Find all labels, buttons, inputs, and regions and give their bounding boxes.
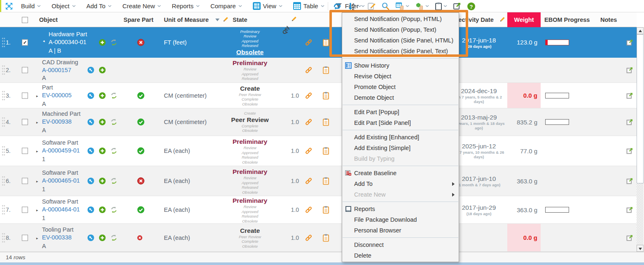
link-icon[interactable] <box>305 177 313 185</box>
link-icon[interactable] <box>305 118 313 126</box>
expand-arrow-icon[interactable]: ▸ <box>36 119 42 127</box>
menu-item-revise-object[interactable]: Revise Object <box>342 71 459 82</box>
open-notes-icon[interactable] <box>626 39 633 46</box>
menu-item-show-history[interactable]: Show History <box>342 60 459 71</box>
row-checkbox[interactable] <box>22 67 28 73</box>
column-header-object[interactable]: Object <box>39 16 58 23</box>
column-header-ebom-progress[interactable]: EBOM Progress <box>544 16 590 23</box>
add-icon[interactable] <box>99 92 106 99</box>
paste-button[interactable] <box>435 2 447 10</box>
menu-item-personal-browser[interactable]: Personal Browser <box>342 225 459 236</box>
clipboard-icon[interactable] <box>323 118 329 126</box>
expand-arrow-icon[interactable]: ▸ <box>36 234 42 242</box>
menubar-item-reports[interactable]: Reports <box>166 2 205 9</box>
clipboard-icon[interactable] <box>323 38 329 46</box>
menu-item-delete[interactable]: Delete <box>342 250 459 261</box>
menu-item-send-notification-popup-html[interactable]: Send Notification (Popup, HTML) <box>342 14 459 24</box>
drag-handle[interactable] <box>2 232 5 243</box>
sync-icon[interactable] <box>110 178 117 185</box>
part-number-link[interactable]: EV-000005 <box>42 91 72 98</box>
add-icon[interactable] <box>99 178 106 185</box>
navigate-icon[interactable] <box>87 67 94 74</box>
add-icon[interactable] <box>99 67 106 74</box>
table-row[interactable]: 5.Software Part▸A-0000459-011EA (each)Pr… <box>0 136 637 166</box>
scrollbar-track[interactable] <box>637 183 644 245</box>
menubar-item-object[interactable]: Object <box>46 2 81 9</box>
horizontal-scrollbar[interactable] <box>0 263 644 265</box>
clipboard-icon[interactable] <box>323 206 329 214</box>
open-notes-icon[interactable] <box>626 206 633 213</box>
help-button[interactable]: ? <box>467 2 476 11</box>
row-checkbox[interactable]: ✓ <box>22 39 28 45</box>
part-number-link[interactable]: EV-000338 <box>42 234 72 240</box>
sync-icon[interactable] <box>110 148 117 155</box>
menu-item-send-notification-side-panel-text[interactable]: Send Notification (Side Panel, Text) <box>342 46 459 56</box>
spare-part-yes-icon[interactable] <box>137 118 145 126</box>
expand-arrow-icon[interactable]: ▸ <box>36 148 42 155</box>
select-columns-button[interactable] <box>395 2 409 10</box>
navigate-icon[interactable] <box>87 206 94 213</box>
column-header-weight[interactable]: Weight <box>507 12 541 27</box>
spare-part-yes-icon[interactable] <box>137 206 145 213</box>
link-icon[interactable] <box>305 234 313 242</box>
menu-item-demote-object[interactable]: Demote Object <box>342 92 459 103</box>
vertical-scrollbar[interactable] <box>637 27 644 252</box>
menu-item-add-existing-simple[interactable]: Add Existing [Simple] <box>342 143 459 153</box>
menu-item-send-notification-side-panel-html[interactable]: Send Notification (Side Panel, HTML) <box>342 35 459 46</box>
navigate-icon[interactable] <box>87 178 94 185</box>
navigate-icon[interactable] <box>87 234 94 241</box>
row-checkbox[interactable] <box>22 235 28 241</box>
part-number-link[interactable]: EV-000938 <box>42 118 72 125</box>
add-icon[interactable] <box>99 234 106 241</box>
menubar-item-table[interactable]: Table <box>288 2 330 10</box>
row-checkbox[interactable] <box>22 207 28 213</box>
open-notes-icon[interactable] <box>626 148 633 155</box>
row-checkbox[interactable] <box>22 178 28 184</box>
drag-handle[interactable] <box>2 65 5 75</box>
column-header-notes[interactable]: Notes <box>600 16 617 23</box>
part-number-link[interactable]: A-0000340-01 <box>49 38 86 45</box>
sync-icon[interactable] <box>110 119 117 126</box>
menu-item-send-notification-popup-text[interactable]: Send Notification (Popup, Text) <box>342 24 459 35</box>
drag-handle[interactable] <box>2 117 5 127</box>
menubar-item-view[interactable]: View <box>247 2 288 10</box>
edit-button[interactable] <box>367 2 376 10</box>
drag-handle[interactable] <box>2 37 5 48</box>
open-in-new-button[interactable] <box>453 2 461 10</box>
menubar-item-build[interactable]: Build <box>16 2 46 9</box>
row-checkbox[interactable] <box>22 92 28 98</box>
navigate-icon[interactable] <box>87 119 94 126</box>
clipboard-icon[interactable] <box>323 177 329 185</box>
sync-icon[interactable] <box>110 39 117 46</box>
link-icon[interactable] <box>305 91 313 99</box>
clipboard-icon[interactable] <box>323 91 329 99</box>
clipboard-icon[interactable] <box>323 147 329 155</box>
menu-item-create-baseline[interactable]: Create Baseline <box>342 168 459 178</box>
menu-item-disconnect[interactable]: Disconnect <box>342 239 459 250</box>
expand-arrow-icon[interactable]: ▸ <box>36 92 42 100</box>
menu-item-promote-object[interactable]: Promote Object <box>342 82 459 92</box>
menu-item-edit-part-popup[interactable]: Edit Part [Popup] <box>342 107 459 117</box>
scroll-down-button[interactable] <box>637 245 644 252</box>
drag-handle[interactable] <box>2 90 5 101</box>
clipboard-icon[interactable] <box>323 66 329 74</box>
clipboard-icon[interactable] <box>323 234 329 242</box>
menu-item-edit-part-side-panel[interactable]: Edit Part [Side Panel] <box>342 117 459 128</box>
add-icon[interactable] <box>99 206 106 213</box>
edit-pencil-icon[interactable] <box>222 16 229 23</box>
navigate-icon[interactable] <box>87 92 94 99</box>
pick-button[interactable] <box>415 2 429 10</box>
table-row[interactable]: 7.Software Part▸A-0000464-011EA (each)Pr… <box>0 196 637 224</box>
spare-part-yes-icon[interactable] <box>137 147 145 155</box>
menubar-item-add-to[interactable]: Add To <box>81 2 117 9</box>
table-row[interactable]: 1.✓Hardware Part▸A-0000340-01A | BFT (fe… <box>0 27 637 58</box>
part-number-link[interactable]: A-0000157 <box>42 67 71 73</box>
spare-part-no-icon[interactable] <box>137 235 142 240</box>
column-header-spare-part[interactable]: Spare Part <box>124 16 154 23</box>
spare-part-no-icon[interactable] <box>137 39 145 46</box>
scrollbar-thumb[interactable] <box>637 34 644 183</box>
open-notes-icon[interactable] <box>626 178 633 185</box>
table-row[interactable]: 8.Tooling Part▸EV-000338AEA (each)Create… <box>0 224 637 252</box>
scroll-up-button[interactable] <box>637 27 644 34</box>
drag-handle[interactable] <box>2 176 5 186</box>
